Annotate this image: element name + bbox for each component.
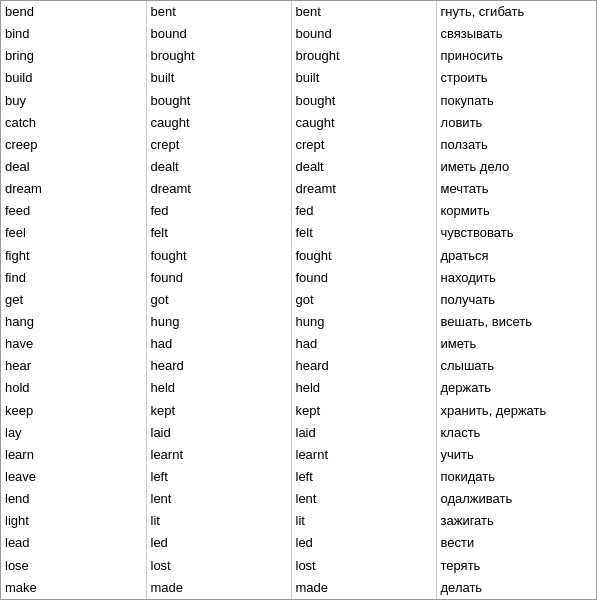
table-cell: held	[146, 377, 291, 399]
table-cell: lost	[291, 555, 436, 577]
table-cell: lent	[146, 488, 291, 510]
table-row: buildbuiltbuiltстроить	[1, 67, 597, 89]
table-row: getgotgotполучать	[1, 289, 597, 311]
table-row: bindboundboundсвязывать	[1, 23, 597, 45]
table-cell: held	[291, 377, 436, 399]
table-row: havehadhadиметь	[1, 333, 597, 355]
table-cell: lend	[1, 488, 146, 510]
table-row: catchcaughtcaughtловить	[1, 112, 597, 134]
table-cell: слышать	[436, 355, 597, 377]
table-cell: buy	[1, 90, 146, 112]
table-cell: dreamt	[291, 178, 436, 200]
table-cell: get	[1, 289, 146, 311]
table-cell: терять	[436, 555, 597, 577]
table-cell: bent	[146, 1, 291, 23]
table-row: fightfoughtfoughtдраться	[1, 245, 597, 267]
table-cell: laid	[146, 422, 291, 444]
table-cell: lit	[146, 510, 291, 532]
table-cell: ловить	[436, 112, 597, 134]
table-cell: fought	[146, 245, 291, 267]
table-cell: lay	[1, 422, 146, 444]
table-cell: fight	[1, 245, 146, 267]
table-cell: make	[1, 577, 146, 599]
table-cell: laid	[291, 422, 436, 444]
table-cell: bought	[146, 90, 291, 112]
table-row: loselostlostтерять	[1, 555, 597, 577]
table-cell: feed	[1, 200, 146, 222]
table-cell: hang	[1, 311, 146, 333]
table-cell: learnt	[291, 444, 436, 466]
irregular-verbs-table: bendbentbentгнуть, сгибатьbindboundbound…	[0, 0, 597, 600]
table-cell: crept	[291, 134, 436, 156]
table-cell: bought	[291, 90, 436, 112]
table-cell: хранить, держать	[436, 400, 597, 422]
table-cell: строить	[436, 67, 597, 89]
table-cell: lost	[146, 555, 291, 577]
table-cell: kept	[291, 400, 436, 422]
table-cell: драться	[436, 245, 597, 267]
table-cell: bound	[291, 23, 436, 45]
table-row: dreamdreamtdreamtмечтать	[1, 178, 597, 200]
table-cell: bend	[1, 1, 146, 23]
table-cell: felt	[291, 222, 436, 244]
table-cell: made	[291, 577, 436, 599]
table-cell: иметь дело	[436, 156, 597, 178]
table-cell: leave	[1, 466, 146, 488]
table-row: lightlitlitзажигать	[1, 510, 597, 532]
table-cell: left	[291, 466, 436, 488]
table-cell: led	[146, 532, 291, 554]
table-cell: hung	[146, 311, 291, 333]
table-cell: kept	[146, 400, 291, 422]
table-row: bringbroughtbroughtприносить	[1, 45, 597, 67]
table-cell: связывать	[436, 23, 597, 45]
table-cell: lit	[291, 510, 436, 532]
table-cell: зажигать	[436, 510, 597, 532]
table-row: dealdealtdealtиметь дело	[1, 156, 597, 178]
table-row: hanghunghungвешать, висеть	[1, 311, 597, 333]
table-cell: bent	[291, 1, 436, 23]
table-cell: caught	[291, 112, 436, 134]
table-cell: crept	[146, 134, 291, 156]
table-row: makemademadeделать	[1, 577, 597, 599]
table-cell: deal	[1, 156, 146, 178]
table-cell: держать	[436, 377, 597, 399]
table-row: bendbentbentгнуть, сгибать	[1, 1, 597, 23]
table-row: leadledledвести	[1, 532, 597, 554]
table-row: hearheardheardслышать	[1, 355, 597, 377]
table-cell: находить	[436, 267, 597, 289]
table-cell: heard	[146, 355, 291, 377]
table-cell: чувствовать	[436, 222, 597, 244]
table-cell: build	[1, 67, 146, 89]
table-cell: got	[291, 289, 436, 311]
table-cell: одалживать	[436, 488, 597, 510]
table-cell: heard	[291, 355, 436, 377]
table-cell: покупать	[436, 90, 597, 112]
table-cell: lose	[1, 555, 146, 577]
table-cell: иметь	[436, 333, 597, 355]
table-row: holdheldheldдержать	[1, 377, 597, 399]
table-row: feedfedfedкормить	[1, 200, 597, 222]
table-cell: built	[291, 67, 436, 89]
table-row: findfoundfoundнаходить	[1, 267, 597, 289]
table-cell: dealt	[291, 156, 436, 178]
table-row: creepcreptcreptползать	[1, 134, 597, 156]
table-cell: found	[291, 267, 436, 289]
table-row: laylaidlaidкласть	[1, 422, 597, 444]
table-cell: find	[1, 267, 146, 289]
table-row: keepkeptkeptхранить, держать	[1, 400, 597, 422]
table-cell: мечтать	[436, 178, 597, 200]
table-cell: вешать, висеть	[436, 311, 597, 333]
table-cell: fought	[291, 245, 436, 267]
table-cell: dealt	[146, 156, 291, 178]
table-cell: learnt	[146, 444, 291, 466]
table-cell: получать	[436, 289, 597, 311]
table-cell: brought	[291, 45, 436, 67]
table-cell: caught	[146, 112, 291, 134]
table-cell: вести	[436, 532, 597, 554]
table-cell: bind	[1, 23, 146, 45]
table-cell: keep	[1, 400, 146, 422]
table-row: lendlentlentодалживать	[1, 488, 597, 510]
table-row: learnlearntlearntучить	[1, 444, 597, 466]
table-cell: fed	[146, 200, 291, 222]
table-cell: feel	[1, 222, 146, 244]
